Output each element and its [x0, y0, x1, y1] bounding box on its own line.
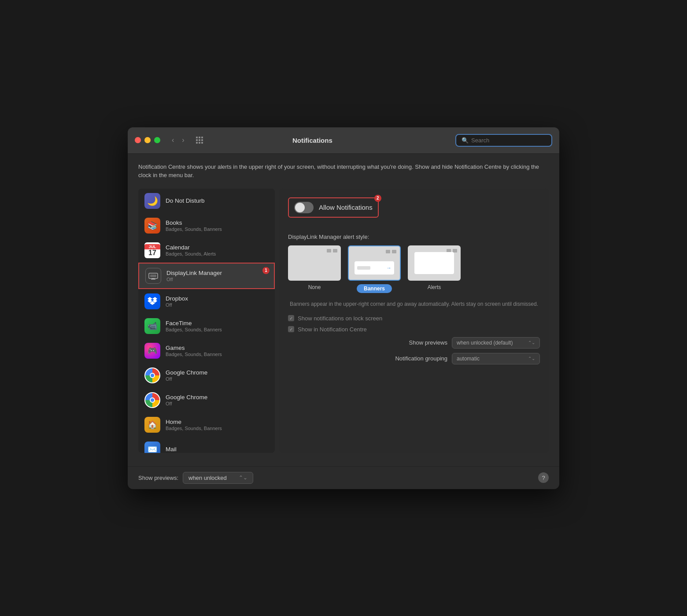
cal-top: JUL [144, 244, 160, 249]
banner-line [357, 266, 370, 270]
show-previews-bottom-label: Show previews: [138, 475, 178, 481]
style-none-label: None [308, 284, 321, 290]
show-previews-dropdown[interactable]: when unlocked (default) ⌃⌄ [452, 337, 540, 349]
sidebar-item-chrome1[interactable]: Google Chrome Off [138, 363, 275, 388]
sidebar-item-mail[interactable]: ✉️ Mail [138, 437, 275, 453]
style-banners-label: Banners [357, 284, 392, 293]
chrome-circle [145, 368, 159, 382]
dnd-icon: 🌙 [144, 193, 160, 209]
close-button[interactable] [135, 137, 141, 143]
right-panel: Allow Notifications 2 DisplayLink Manage… [279, 189, 549, 453]
chrome-circle-2 [145, 393, 159, 407]
maximize-button[interactable] [154, 137, 160, 143]
home-icon: 🏠 [144, 417, 160, 433]
none-preview [288, 245, 341, 281]
show-in-centre-checkbox[interactable] [288, 326, 294, 332]
chevron-updown-icon-3: ⌃⌄ [239, 475, 247, 481]
displaylink-icon [145, 268, 161, 284]
svg-rect-1 [152, 278, 155, 279]
alert-style-label: DisplayLink Manager alert style: [288, 234, 540, 240]
show-previews-label: Show previews [288, 339, 447, 346]
mini-icons-row [327, 249, 337, 252]
app-info: Games Badges, Sounds, Banners [166, 345, 269, 357]
alerts-preview [408, 245, 461, 281]
app-info: Mail [166, 446, 269, 453]
app-sub: Off [166, 302, 269, 308]
traffic-lights [135, 137, 160, 143]
alert-inner [414, 252, 454, 274]
allow-notifications-label: Allow Notifications [319, 204, 373, 211]
calendar-icon: JUL 17 [144, 242, 160, 258]
mini-icon [386, 250, 390, 253]
search-input[interactable] [471, 137, 546, 144]
displaylink-badge: 1 [262, 267, 270, 274]
notif-grouping-row: Notification grouping automatic ⌃⌄ [288, 353, 540, 364]
alert-style-section: DisplayLink Manager alert style: None [288, 234, 540, 364]
show-in-centre-label: Show in Notification Centre [298, 326, 367, 333]
app-info: Home Badges, Sounds, Banners [166, 419, 269, 431]
chrome-inner-2 [150, 397, 155, 403]
sidebar-item-do-not-disturb[interactable]: 🌙 Do Not Disturb [138, 189, 275, 213]
search-icon: 🔍 [462, 137, 469, 144]
show-in-centre-row: Show in Notification Centre [288, 326, 540, 333]
banners-preview: → [348, 245, 401, 281]
app-info: Dropbox Off [166, 295, 269, 308]
mini-icon [392, 250, 396, 253]
app-name: Home [166, 419, 269, 425]
sidebar-item-dropbox[interactable]: Dropbox Off [138, 289, 275, 314]
chrome-icon [144, 367, 160, 383]
allow-notifications-toggle[interactable] [294, 202, 314, 213]
style-option-none[interactable]: None [288, 245, 341, 293]
sidebar-item-facetime[interactable]: 📹 FaceTime Badges, Sounds, Banners [138, 314, 275, 338]
toggle-knob [295, 203, 305, 212]
sidebar-scroll[interactable]: 🌙 Do Not Disturb 📚 Books Badges, Sounds,… [138, 189, 275, 453]
dropbox-icon [144, 293, 160, 309]
app-sub: Badges, Sounds, Banners [166, 426, 269, 431]
sidebar-item-displaylink[interactable]: DisplayLink Manager Off 1 [138, 263, 275, 289]
app-name: Books [166, 219, 269, 226]
content-area: Notification Centre shows your alerts in… [128, 154, 559, 462]
search-box[interactable]: 🔍 [455, 134, 552, 147]
app-sub: Off [166, 277, 268, 282]
style-option-banners[interactable]: → Banners [348, 245, 401, 293]
app-name: Games [166, 345, 269, 351]
mini-icons-row-2 [386, 250, 396, 253]
app-info: Books Badges, Sounds, Banners [166, 219, 269, 232]
main-area: 🌙 Do Not Disturb 📚 Books Badges, Sounds,… [138, 189, 549, 453]
mini-icon [333, 249, 337, 252]
sidebar-item-home[interactable]: 🏠 Home Badges, Sounds, Banners [138, 412, 275, 437]
app-name: Mail [166, 446, 269, 453]
show-previews-bottom-dropdown[interactable]: when unlocked ⌃⌄ [183, 472, 253, 484]
show-previews-value: when unlocked (default) [457, 340, 513, 346]
app-info: Calendar Badges, Sounds, Alerts [166, 244, 269, 256]
style-alerts-label: Alerts [428, 284, 441, 290]
allow-notifications-section: Allow Notifications 2 [288, 197, 379, 218]
show-lock-screen-row: Show notifications on lock screen [288, 315, 540, 322]
sidebar-item-chrome2[interactable]: Google Chrome Off [138, 388, 275, 412]
sidebar-item-calendar[interactable]: JUL 17 Calendar Badges, Sounds, Alerts [138, 238, 275, 263]
help-button[interactable]: ? [538, 472, 549, 483]
show-lock-screen-checkbox[interactable] [288, 315, 294, 321]
description-text: Notification Centre shows your alerts in… [138, 163, 549, 180]
app-name: Calendar [166, 244, 269, 251]
banner-inner: → [355, 261, 394, 275]
app-info: DisplayLink Manager Off [166, 270, 268, 282]
style-option-alerts[interactable]: Alerts [408, 245, 461, 293]
allow-notifications-badge: 2 [374, 195, 381, 202]
sidebar-item-books[interactable]: 📚 Books Badges, Sounds, Banners [138, 213, 275, 238]
notif-grouping-dropdown[interactable]: automatic ⌃⌄ [452, 353, 540, 364]
app-sub: Badges, Sounds, Alerts [166, 251, 269, 256]
svg-rect-3 [150, 275, 156, 277]
banners-description: Banners appear in the upper-right corner… [288, 300, 540, 308]
chrome-inner [150, 373, 155, 378]
banner-arrow: → [386, 265, 392, 271]
sidebar-item-games[interactable]: 🎮 Games Badges, Sounds, Banners [138, 338, 275, 363]
bottom-bar: Show previews: when unlocked ⌃⌄ ? [128, 466, 559, 489]
app-sub: Off [166, 376, 269, 382]
app-name: DisplayLink Manager [166, 270, 268, 276]
svg-rect-2 [151, 279, 155, 280]
minimize-button[interactable] [144, 137, 151, 143]
window-title: Notifications [175, 137, 450, 144]
cal-date: 17 [148, 249, 156, 256]
app-info: Google Chrome Off [166, 369, 269, 382]
